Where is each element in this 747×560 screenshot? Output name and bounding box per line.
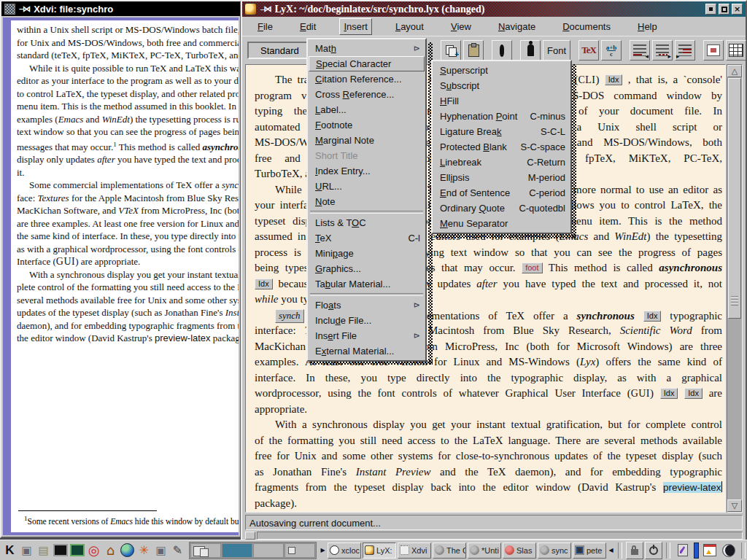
copy-button[interactable]: + [441, 40, 461, 61]
menu-item-minipage[interactable]: Minipage [309, 246, 425, 261]
task-button-slas[interactable]: Slas [503, 542, 536, 559]
menu-item-subscript[interactable]: Subscript [433, 78, 570, 93]
menu-item-short-title[interactable]: Short Title [309, 148, 425, 163]
task-button-pete[interactable]: pete [573, 542, 606, 559]
menu-item-menu-separator[interactable]: Menu Separator [433, 216, 570, 231]
menu-item-tex[interactable]: TeXC-l [309, 230, 425, 246]
logout-button[interactable] [645, 542, 662, 559]
menubar-insert[interactable]: Insert [339, 18, 372, 35]
open-inset[interactable]: synch [275, 309, 304, 323]
moon-phase-applet[interactable] [720, 542, 738, 559]
menubar-layout[interactable]: Layout [392, 19, 427, 34]
pen-button[interactable] [492, 40, 512, 61]
menu-item-hfill[interactable]: HFill [433, 93, 570, 109]
paste-button[interactable] [463, 40, 484, 61]
footnote-inset[interactable]: foot [522, 262, 542, 273]
menu-item-floats[interactable]: Floats⊳ [309, 298, 425, 313]
figure-person-button[interactable] [520, 40, 541, 61]
horizontal-scroll-track[interactable] [257, 532, 743, 540]
launcher-home-button[interactable]: ⌂ [102, 542, 119, 559]
index-inset[interactable]: Idx [684, 388, 703, 399]
menu-item-external-material[interactable]: External Material... [309, 343, 425, 359]
desktop-pager[interactable] [189, 542, 317, 559]
xdvi-canvas[interactable]: within a Unix shell script or MS-DOS/Win… [3, 18, 239, 535]
index-inset[interactable]: Idx [605, 74, 623, 85]
task-button-xcloc[interactable]: xcloc [328, 542, 361, 559]
menubar-view[interactable]: View [447, 19, 475, 34]
index-inset[interactable]: Idx [643, 311, 662, 322]
menu-item-marginal-note[interactable]: Marginal Note [309, 133, 425, 148]
lock-screen-button[interactable] [626, 542, 643, 559]
menu-item-graphics[interactable]: Graphics... [309, 261, 425, 276]
menu-item-lists-toc[interactable]: Lists & TOC [309, 215, 425, 230]
change-depth-button[interactable]: ▸ [675, 40, 695, 61]
menubar-file[interactable]: File [254, 19, 276, 34]
menu-item-url[interactable]: URL... [309, 179, 425, 194]
pager-desktop-4[interactable] [285, 543, 315, 558]
launcher-news-button[interactable]: ✳ [136, 542, 152, 559]
klipper-applet[interactable] [674, 542, 692, 559]
menu-item-include-file[interactable]: Include File... [309, 313, 425, 328]
launcher-terminal-button[interactable] [52, 542, 69, 559]
pager-desktop-2[interactable] [222, 543, 252, 558]
task-button-lyx[interactable]: LyX: [363, 542, 396, 559]
menubar-edit[interactable]: Edit [296, 19, 320, 34]
menu-item-index-entry[interactable]: Index Entry... [309, 163, 425, 179]
menu-item-math[interactable]: Math⊳ [309, 41, 425, 56]
launcher-files-button[interactable]: ▣ [152, 542, 169, 559]
launcher-help-button[interactable]: ◎ [85, 542, 102, 559]
minimize-button[interactable] [705, 4, 716, 15]
applet-bar[interactable] [694, 542, 699, 559]
menu-item-insert-file[interactable]: Insert File⊳ [309, 328, 425, 343]
menu-item-footnote[interactable]: Footnote [309, 117, 425, 133]
menu-item-ellipsis[interactable]: EllipsisM-period [433, 170, 570, 185]
menu-item-ligature-break[interactable]: Ligature BreakS-C-L [433, 124, 570, 139]
insert-marginnote-button[interactable]: ▸ [652, 40, 673, 61]
close-button[interactable]: × [732, 4, 743, 15]
menu-item-cross-reference[interactable]: Cross Reference... [309, 87, 425, 102]
pager-desktop-3[interactable] [253, 543, 284, 558]
scrollbar-thumb[interactable] [728, 78, 741, 319]
lyx-titlebar[interactable]: –⋈ LyX: ~/doc/beginlatex/src/synchro.lyx… [242, 1, 746, 17]
menu-item-label[interactable]: Label... [309, 102, 425, 117]
menu-item-hyphenation-point[interactable]: Hyphenation PointC-minus [433, 109, 570, 124]
scroll-up-button[interactable]: △ [727, 65, 742, 77]
font-button[interactable]: Font [543, 40, 570, 61]
launcher-desktop-button[interactable]: ▤ [35, 542, 52, 559]
insert-figure-button[interactable] [703, 40, 724, 61]
insert-table-button[interactable] [726, 40, 746, 61]
window-pin-icon[interactable]: –⋈ [260, 4, 271, 14]
menubar-navigate[interactable]: Navigate [495, 19, 539, 34]
xdvi-titlebar[interactable]: –⋈ Xdvi: file:synchro [1, 1, 240, 16]
menu-item-note[interactable]: Note [309, 194, 425, 209]
launcher-konsole-button[interactable] [69, 542, 85, 559]
menu-item-special-character[interactable]: Special Character [309, 56, 425, 71]
taskbar-scroll-back-icon[interactable]: ◀ [608, 542, 614, 559]
index-inset[interactable]: Idx [660, 388, 678, 399]
menu-item-end-of-sentence[interactable]: End of SentenceC-period [433, 185, 570, 201]
vertical-scrollbar[interactable]: △ ▽ [727, 64, 743, 513]
launcher-kmenu-button[interactable]: K [1, 542, 18, 559]
task-button-sync[interactable]: sync [538, 542, 571, 559]
menu-item-tabular-material[interactable]: Tabular Material... [309, 276, 425, 292]
launcher-pen-button[interactable]: ✎ [169, 542, 186, 559]
window-pin-icon[interactable]: –⋈ [19, 4, 30, 14]
launcher-windowlist-button[interactable]: ▣ [18, 542, 35, 559]
organizer-applet[interactable] [701, 542, 719, 559]
math-mode-button[interactable]: a+bc [601, 40, 622, 61]
pager-desktop-1[interactable] [190, 543, 221, 558]
menu-item-citation-reference[interactable]: Citation Reference... [309, 71, 425, 87]
menu-item-ordinary-quote[interactable]: Ordinary QuoteC-quotedbl [433, 201, 570, 216]
menu-item-superscript[interactable]: Superscript [433, 63, 570, 78]
menu-item-protected-blank[interactable]: Protected BlankS-C-space [433, 139, 570, 155]
menubar-documents[interactable]: Documents [559, 19, 614, 34]
insert-footnote-button[interactable]: ◂ [630, 40, 650, 61]
menubar-help[interactable]: Help [634, 19, 661, 34]
insert-tex-button[interactable]: TeX [578, 40, 599, 61]
task-button-xdvi[interactable]: Xdvi [398, 542, 431, 559]
maximize-button[interactable] [719, 4, 729, 15]
resize-gripper[interactable] [245, 532, 255, 540]
taskbar-scroll-left-icon[interactable]: ▶ [320, 542, 326, 559]
scroll-down-button[interactable]: ▽ [727, 499, 742, 512]
task-button-unti[interactable]: *Unti [468, 542, 501, 559]
